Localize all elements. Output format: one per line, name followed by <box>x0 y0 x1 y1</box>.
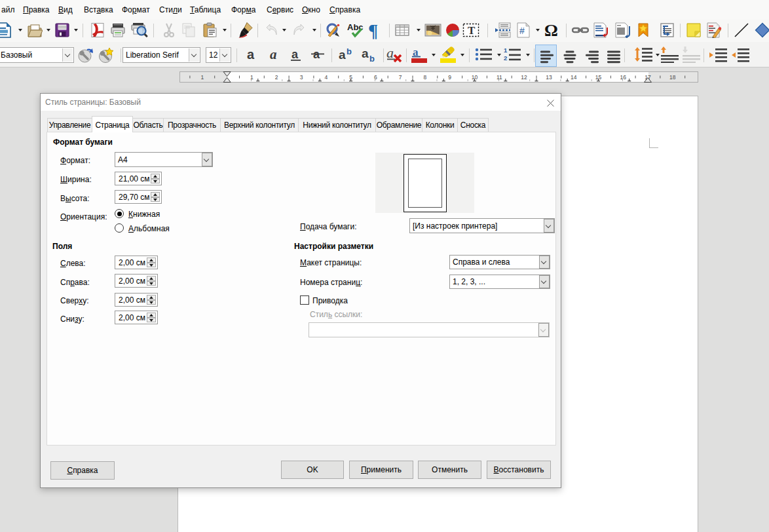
svg-text:1: 1 <box>504 47 508 54</box>
svg-text:16: 16 <box>620 74 626 81</box>
svg-text:8: 8 <box>424 74 427 81</box>
svg-text:1: 1 <box>250 74 253 81</box>
svg-text:7: 7 <box>399 74 402 81</box>
svg-text:¶: ¶ <box>368 21 378 39</box>
svg-text:12: 12 <box>521 74 527 81</box>
svg-text:4: 4 <box>324 74 328 81</box>
svg-text:b: b <box>347 47 352 56</box>
svg-text:b: b <box>369 54 375 63</box>
svg-text:14: 14 <box>571 74 577 81</box>
svg-text:a: a <box>339 48 346 62</box>
svg-text:T: T <box>468 24 476 37</box>
svg-text:#: # <box>519 26 525 36</box>
svg-text:a: a <box>291 48 299 61</box>
svg-text:2: 2 <box>504 54 507 62</box>
svg-text:9: 9 <box>448 74 451 81</box>
svg-text:3: 3 <box>300 74 303 81</box>
svg-text:6: 6 <box>374 74 377 81</box>
svg-text:a: a <box>247 47 255 62</box>
svg-text:a: a <box>362 47 369 60</box>
svg-text:18: 18 <box>669 74 676 81</box>
svg-text:1: 1 <box>200 74 204 81</box>
svg-text:Ω: Ω <box>544 22 558 39</box>
svg-text:11: 11 <box>497 74 502 81</box>
svg-text:13: 13 <box>546 74 552 81</box>
svg-text:2: 2 <box>275 74 278 81</box>
svg-text:a: a <box>270 47 277 62</box>
